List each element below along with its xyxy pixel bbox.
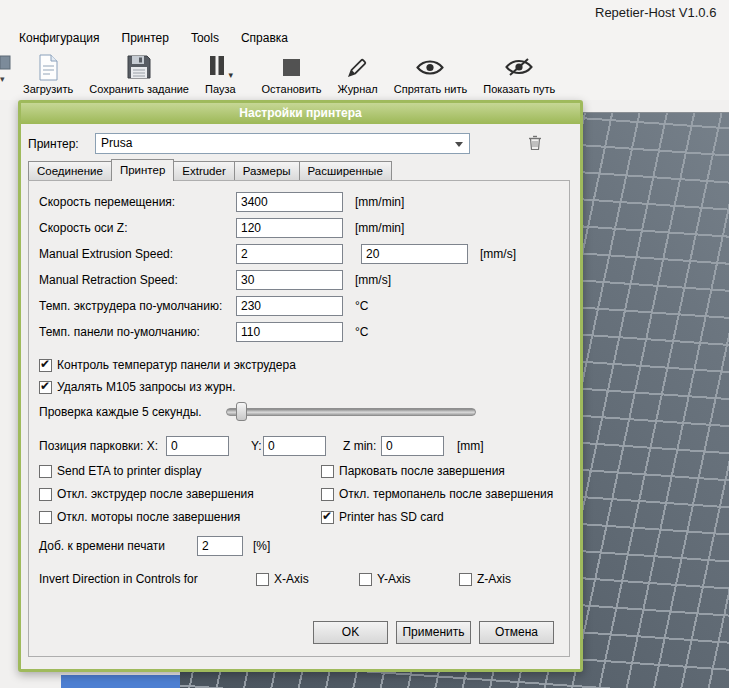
z-speed-unit: [mm/min] [355, 218, 404, 238]
z-speed-input[interactable] [236, 218, 343, 238]
printer-select[interactable]: Prusa [95, 133, 470, 154]
menu-bar: Конфигурация Принтер Tools Справка [0, 26, 729, 50]
checkbox-label: Откл. экструдер после завершения [57, 487, 254, 501]
check-interval-slider-track[interactable] [226, 408, 476, 416]
eye-icon [415, 52, 445, 82]
checkbox-box[interactable] [39, 465, 52, 478]
manual-extrusion-unit: [mm/s] [480, 244, 516, 264]
toolbar-show-travel-button[interactable]: Показать путь [478, 50, 560, 97]
checkbox-box[interactable] [321, 511, 334, 524]
invert-direction-label: Invert Direction in Controls for [39, 569, 198, 589]
checkbox-invert-x[interactable]: X-Axis [256, 571, 309, 587]
checkbox-label: Y-Axis [377, 572, 411, 586]
checkbox-label: Контроль температур панели и экструдера [57, 358, 296, 372]
stop-icon [281, 52, 302, 82]
add-print-time-unit: [%] [253, 536, 270, 556]
toolbar-save-job-button[interactable]: Сохранить задание [84, 50, 194, 97]
checkbox-remove-m105[interactable]: Удалять M105 запросы из журн. [39, 379, 235, 395]
extruder-temp-input[interactable] [236, 296, 343, 316]
add-print-time-label: Доб. к времени печати [39, 536, 165, 556]
tab-printer[interactable]: Принтер [111, 159, 174, 181]
checkbox-box[interactable] [39, 511, 52, 524]
window-titlebar: Repetier-Host V1.0.6 [0, 0, 729, 26]
bed-temp-label: Темп. панели по-умолчанию: [39, 322, 200, 342]
settings-tabs: Соединение Принтер Extruder Размеры Расш… [28, 160, 391, 180]
toolbar-stop-button[interactable]: Остановить [257, 50, 327, 97]
checkbox-extruder-off[interactable]: Откл. экструдер после завершения [39, 486, 254, 502]
checkbox-sd-card[interactable]: Printer has SD card [321, 509, 444, 525]
cancel-button[interactable]: Отмена [479, 621, 554, 644]
park-y-input[interactable] [263, 436, 326, 456]
checkbox-box[interactable] [321, 465, 334, 478]
add-print-time-input[interactable] [197, 536, 243, 556]
menu-printer[interactable]: Принтер [111, 27, 180, 49]
checkbox-box[interactable] [459, 573, 472, 586]
dialog-titlebar[interactable]: Настройки принтера [21, 103, 580, 124]
toolbar: Загрузить Сохранить задание ▾ Пауза [0, 50, 729, 100]
travel-speed-input[interactable] [236, 192, 343, 212]
toolbar-hide-filament-button[interactable]: Спрятать нить [389, 50, 472, 97]
travel-speed-label: Скорость перемещения: [39, 192, 175, 212]
checkbox-send-eta[interactable]: Send ETA to printer display [39, 463, 202, 479]
checkbox-box[interactable] [39, 488, 52, 501]
checkbox-label: Парковать после завершения [339, 464, 505, 478]
park-y-label: Y: [251, 436, 262, 456]
toolbar-log-button[interactable]: Журнал [333, 50, 383, 97]
tab-dimensions[interactable]: Размеры [234, 161, 300, 180]
checkbox-invert-y[interactable]: Y-Axis [359, 571, 411, 587]
checkbox-label: Printer has SD card [339, 510, 444, 524]
menu-tools[interactable]: Tools [180, 27, 230, 49]
travel-speed-unit: [mm/min] [355, 192, 404, 212]
menu-help[interactable]: Справка [230, 27, 299, 49]
pause-dropdown-arrow[interactable]: ▾ [229, 70, 234, 82]
manual-retraction-unit: [mm/s] [355, 270, 391, 290]
toolbar-label: Показать путь [483, 83, 555, 95]
ok-button[interactable]: OK [313, 621, 388, 644]
tab-extruder[interactable]: Extruder [173, 161, 234, 180]
check-interval-slider-thumb[interactable] [236, 402, 247, 421]
checkbox-box[interactable] [321, 488, 334, 501]
bed-temp-unit: °C [355, 322, 368, 342]
toolbar-label: Журнал [338, 83, 378, 95]
toolbar-pause-button[interactable]: ▾ Пауза [200, 50, 241, 97]
checkbox-motors-off[interactable]: Откл. моторы после завершения [39, 509, 240, 525]
bed-temp-input[interactable] [236, 322, 343, 342]
printer-select-value: Prusa [101, 136, 132, 150]
manual-retraction-label: Manual Retraction Speed: [39, 270, 178, 290]
apply-button[interactable]: Применить [396, 621, 471, 644]
checkbox-label: X-Axis [274, 572, 309, 586]
checkbox-park-after[interactable]: Парковать после завершения [321, 463, 505, 479]
dialog-body: Принтер: Prusa Соединение Принтер Extrud… [21, 124, 580, 669]
park-z-input[interactable] [381, 436, 444, 456]
toolbar-label: Остановить [262, 83, 322, 95]
toolbar-load-button[interactable]: Загрузить [18, 50, 78, 97]
extruder-temp-label: Темп. экструдера по-умолчанию: [39, 296, 222, 316]
window-title: Repetier-Host V1.0.6 [595, 5, 716, 20]
printer-label: Принтер: [28, 134, 79, 154]
toolbar-label: Спрятать нить [394, 83, 467, 95]
menu-configuration[interactable]: Конфигурация [8, 27, 111, 49]
checkbox-box[interactable] [359, 573, 372, 586]
park-x-input[interactable] [166, 436, 229, 456]
manual-extrusion-input-2[interactable] [361, 244, 468, 264]
checkbox-invert-z[interactable]: Z-Axis [459, 571, 511, 587]
tab-connection[interactable]: Соединение [28, 161, 112, 180]
checkbox-label: Откл. моторы после завершения [57, 510, 240, 524]
tab-advanced[interactable]: Расширенные [299, 161, 392, 180]
clipped-icon [0, 54, 12, 72]
park-unit: [mm] [457, 436, 484, 456]
checkbox-label: Send ETA to printer display [57, 464, 202, 478]
checkbox-label: Откл. термопанель после завершения [339, 487, 553, 501]
checkbox-box[interactable] [39, 359, 52, 372]
checkbox-box[interactable] [39, 381, 52, 394]
checkbox-label: Z-Axis [477, 572, 511, 586]
manual-extrusion-input-1[interactable] [236, 244, 343, 264]
delete-printer-button[interactable] [528, 135, 542, 154]
checkbox-temp-watch[interactable]: Контроль температур панели и экструдера [39, 357, 296, 373]
checkbox-box[interactable] [256, 573, 269, 586]
manual-retraction-input[interactable] [236, 270, 343, 290]
checkbox-bed-off[interactable]: Откл. термопанель после завершения [321, 486, 553, 502]
document-icon [38, 52, 59, 82]
eye-slash-icon [504, 52, 534, 82]
toolbar-partial-button[interactable]: ▾ [0, 54, 14, 94]
